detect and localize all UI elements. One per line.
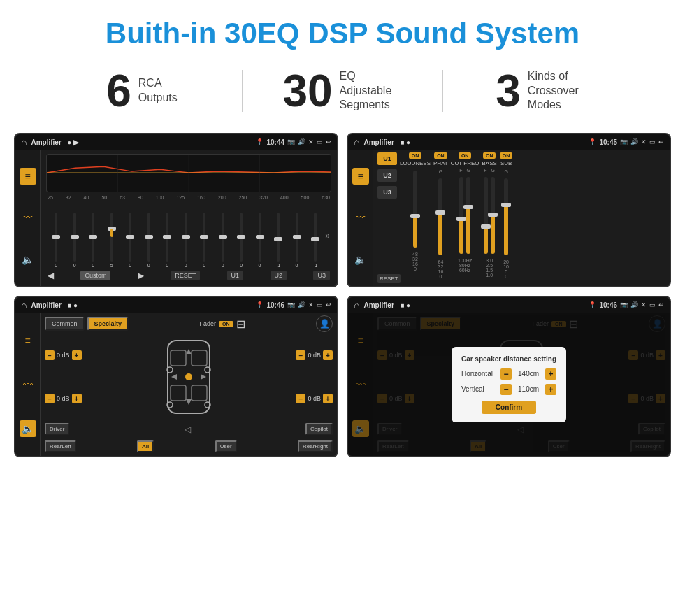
dialog-confirm-button[interactable]: Confirm [482,401,536,414]
home-icon-1[interactable]: ⌂ [21,136,27,148]
db-plus-fr[interactable]: + [323,350,333,360]
dialog-vertical-plus[interactable]: + [545,384,556,395]
status-bar-4: ⌂ Amplifier ■ ● 📍 10:46 📷 🔊 ✕ ▭ ↩ [348,297,670,313]
crossover-reset-btn[interactable]: RESET [377,274,401,283]
cutfreq-slider-g[interactable] [466,177,470,254]
eq-slider-13[interactable]: 0 [288,213,305,268]
db-minus-rl[interactable]: − [45,394,55,403]
bass-slider-g[interactable] [491,177,495,254]
home-icon-2[interactable]: ⌂ [354,136,359,148]
eq-u3-btn[interactable]: U3 [313,271,330,280]
sidebar-speaker-icon[interactable]: 🔈 [20,251,36,268]
phat-on[interactable]: ON [434,152,447,159]
eq-reset-btn[interactable]: RESET [171,271,200,280]
back-icon-1[interactable]: ↩ [326,138,331,145]
preset-u2[interactable]: U2 [377,169,397,182]
db-value-rl: 0 dB [57,395,70,402]
eq-slider-1[interactable]: 0 [66,213,82,268]
eq-prev-btn[interactable]: ◀ [48,271,54,280]
eq-slider-14[interactable]: -1 [307,213,324,268]
eq-sliders: 0 0 0 5 0 0 0 0 0 0 0 0 -1 0 -1 » [46,203,331,268]
preset-u3[interactable]: U3 [377,186,397,199]
back-icon-2[interactable]: ↩ [658,138,664,145]
sidebar-wave-icon[interactable]: 〰 [20,209,36,226]
db-plus-rl[interactable]: + [72,394,82,403]
eq-slider-9[interactable]: 0 [214,213,231,268]
sidebar-wave-icon-2[interactable]: 〰 [352,209,369,226]
db-value-rr: 0 dB [308,395,321,402]
fader-label: Fader [200,320,217,327]
eq-slider-4[interactable]: 0 [122,213,138,268]
btn-copilot[interactable]: Copilot [305,423,333,435]
phat-slider[interactable] [438,178,442,255]
cutfreq-slider-f[interactable] [459,177,463,254]
home-icon-4[interactable]: ⌂ [354,299,359,310]
close-icon-1: ✕ [308,138,314,145]
eq-bottom-bar: ◀ Custom ▶ RESET U1 U2 U3 [46,268,331,282]
eq-slider-3[interactable]: 5 [103,213,120,268]
eq-custom-btn[interactable]: Custom [80,271,110,280]
sidebar-wave-icon-3[interactable]: 〰 [20,376,36,393]
dialog-horizontal-minus[interactable]: − [500,368,512,380]
sidebar-eq-icon[interactable]: ≡ [20,168,36,185]
left-sidebar-2: ≡ 〰 🔈 [348,150,373,286]
cutfreq-on[interactable]: ON [459,152,472,159]
eq-slider-0[interactable]: 0 [48,213,64,268]
eq-slider-12[interactable]: -1 [270,213,287,268]
eq-slider-7[interactable]: 0 [177,213,194,268]
close-icon-3: ✕ [308,301,314,308]
screen-crossover: ⌂ Amplifier ■ ● 📍 10:45 📷 🔊 ✕ ▭ ↩ ≡ 〰 🔈 [347,133,671,287]
fader-tabs: Common Specialty [45,317,129,331]
dialog-horizontal-plus[interactable]: + [545,368,556,380]
sub-slider[interactable] [504,178,508,255]
back-icon-4[interactable]: ↩ [658,301,664,308]
loudness-on[interactable]: ON [409,152,422,159]
tab-common[interactable]: Common [45,317,85,331]
sidebar-speaker-icon-2[interactable]: 🔈 [352,251,369,268]
sub-on[interactable]: ON [500,152,513,159]
home-icon-3[interactable]: ⌂ [21,299,27,310]
back-icon-3[interactable]: ↩ [326,301,331,308]
stat-rca-text: RCAOutputs [138,76,178,106]
btn-all[interactable]: All [137,440,154,452]
db-plus-fl[interactable]: + [72,350,82,360]
btn-driver[interactable]: Driver [45,423,69,435]
btn-user[interactable]: User [215,440,237,452]
eq-slider-5[interactable]: 0 [140,213,157,268]
channel-cutfreq: ON CUT FREQ FG [451,152,480,283]
db-minus-fl[interactable]: − [45,350,55,360]
eq-slider-10[interactable]: 0 [233,213,250,268]
settings-icon[interactable]: 👤 [316,315,333,332]
eq-u1-btn[interactable]: U1 [227,271,244,280]
fader-slider-h[interactable]: ⊟ [236,317,245,331]
dialog-vertical-minus[interactable]: − [500,384,512,395]
db-minus-fr[interactable]: − [296,350,305,360]
bass-on[interactable]: ON [483,152,496,159]
db-plus-rr[interactable]: + [323,394,333,403]
camera-icon-3: 📷 [287,301,295,308]
dialog-title: Car speaker distance setting [461,355,556,363]
svg-rect-9 [171,385,186,401]
more-icon[interactable]: » [325,231,330,241]
eq-slider-8[interactable]: 0 [196,213,212,268]
sidebar-speaker-icon-3[interactable]: 🔈 [20,420,36,437]
eq-slider-11[interactable]: 0 [251,213,268,268]
camera-icon-2: 📷 [620,138,628,145]
sidebar-eq-icon-2[interactable]: ≡ [352,168,369,185]
eq-next-btn[interactable]: ▶ [138,271,144,280]
tab-specialty[interactable]: Specialty [87,317,129,331]
left-sidebar-3: ≡ 〰 🔈 [15,313,41,456]
db-minus-rr[interactable]: − [296,394,305,403]
btn-rearleft[interactable]: RearLeft [45,440,76,452]
eq-u2-btn[interactable]: U2 [271,271,287,280]
left-sidebar-1: ≡ 〰 🔈 [15,150,41,286]
eq-slider-6[interactable]: 0 [159,213,175,268]
btn-rearright[interactable]: RearRight [298,440,333,452]
stat-rca-number: 6 [106,69,131,113]
loudness-slider[interactable] [413,171,417,248]
sidebar-eq-icon-3[interactable]: ≡ [20,332,36,349]
fader-right-db: − 0 dB + − 0 dB + [296,335,333,419]
preset-u1[interactable]: U1 [377,152,397,165]
fader-on-toggle[interactable]: ON [219,321,233,327]
eq-slider-2[interactable]: 0 [85,213,101,268]
